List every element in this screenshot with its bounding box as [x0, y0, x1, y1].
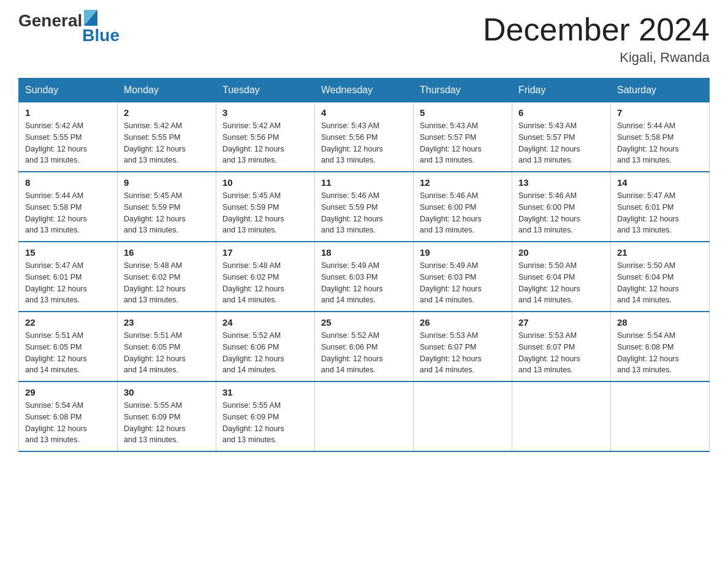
- month-title: December 2024: [483, 12, 710, 47]
- calendar-cell: 28 Sunrise: 5:54 AMSunset: 6:08 PMDaylig…: [611, 312, 710, 381]
- calendar-cell: 27 Sunrise: 5:53 AMSunset: 6:07 PMDaylig…: [512, 312, 611, 381]
- day-number: 20: [518, 247, 604, 258]
- calendar-cell: 31 Sunrise: 5:55 AMSunset: 6:09 PMDaylig…: [216, 381, 315, 451]
- calendar-cell: 2 Sunrise: 5:42 AMSunset: 5:55 PMDayligh…: [118, 102, 216, 172]
- day-number: 5: [420, 107, 506, 118]
- day-number: 22: [25, 317, 111, 327]
- day-number: 27: [518, 317, 604, 327]
- day-info: Sunrise: 5:50 AMSunset: 6:04 PMDaylight:…: [518, 261, 580, 304]
- col-header-wednesday: Wednesday: [315, 79, 414, 102]
- calendar-cell: 18 Sunrise: 5:49 AMSunset: 6:03 PMDaylig…: [315, 242, 414, 312]
- day-number: 8: [25, 177, 111, 188]
- day-number: 15: [25, 247, 111, 258]
- day-number: 9: [124, 177, 210, 188]
- day-info: Sunrise: 5:54 AMSunset: 6:08 PMDaylight:…: [25, 401, 87, 444]
- day-number: 21: [617, 247, 703, 258]
- calendar-cell: 29 Sunrise: 5:54 AMSunset: 6:08 PMDaylig…: [19, 381, 118, 451]
- calendar-cell: 14 Sunrise: 5:47 AMSunset: 6:01 PMDaylig…: [611, 172, 710, 242]
- day-info: Sunrise: 5:45 AMSunset: 5:59 PMDaylight:…: [222, 191, 284, 234]
- calendar-cell: 11 Sunrise: 5:46 AMSunset: 5:59 PMDaylig…: [315, 172, 414, 242]
- col-header-sunday: Sunday: [19, 79, 118, 102]
- title-block: December 2024 Kigali, Rwanda: [483, 12, 710, 66]
- calendar-table: SundayMondayTuesdayWednesdayThursdayFrid…: [18, 78, 710, 452]
- calendar-week-row: 15 Sunrise: 5:47 AMSunset: 6:01 PMDaylig…: [19, 242, 710, 312]
- calendar-cell: 10 Sunrise: 5:45 AMSunset: 5:59 PMDaylig…: [216, 172, 315, 242]
- day-info: Sunrise: 5:52 AMSunset: 6:06 PMDaylight:…: [321, 331, 383, 374]
- day-info: Sunrise: 5:48 AMSunset: 6:02 PMDaylight:…: [124, 261, 186, 304]
- calendar-cell: [611, 381, 710, 451]
- day-info: Sunrise: 5:43 AMSunset: 5:57 PMDaylight:…: [420, 121, 482, 164]
- calendar-week-row: 1 Sunrise: 5:42 AMSunset: 5:55 PMDayligh…: [19, 102, 710, 172]
- logo: General General Blue: [18, 12, 119, 44]
- day-number: 11: [321, 177, 407, 188]
- day-number: 12: [420, 177, 506, 188]
- logo-text-blue: Blue: [82, 27, 119, 44]
- day-number: 18: [321, 247, 407, 258]
- day-info: Sunrise: 5:46 AMSunset: 6:00 PMDaylight:…: [518, 191, 580, 234]
- day-info: Sunrise: 5:52 AMSunset: 6:06 PMDaylight:…: [222, 331, 284, 374]
- calendar-cell: 13 Sunrise: 5:46 AMSunset: 6:00 PMDaylig…: [512, 172, 611, 242]
- logo-text-general: General: [18, 12, 82, 29]
- day-info: Sunrise: 5:43 AMSunset: 5:57 PMDaylight:…: [518, 121, 580, 164]
- logo-arrow-icon: [84, 10, 97, 26]
- day-info: Sunrise: 5:44 AMSunset: 5:58 PMDaylight:…: [25, 191, 87, 234]
- calendar-cell: [414, 381, 512, 451]
- calendar-cell: 3 Sunrise: 5:42 AMSunset: 5:56 PMDayligh…: [216, 102, 315, 172]
- day-info: Sunrise: 5:47 AMSunset: 6:01 PMDaylight:…: [617, 191, 679, 234]
- calendar-cell: 23 Sunrise: 5:51 AMSunset: 6:05 PMDaylig…: [118, 312, 216, 381]
- calendar-cell: 24 Sunrise: 5:52 AMSunset: 6:06 PMDaylig…: [216, 312, 315, 381]
- day-number: 29: [25, 387, 111, 397]
- day-info: Sunrise: 5:46 AMSunset: 5:59 PMDaylight:…: [321, 191, 383, 234]
- calendar-cell: [512, 381, 611, 451]
- day-info: Sunrise: 5:54 AMSunset: 6:08 PMDaylight:…: [617, 331, 679, 374]
- calendar-cell: 6 Sunrise: 5:43 AMSunset: 5:57 PMDayligh…: [512, 102, 611, 172]
- page-header: General General Blue December 2024 Kigal…: [18, 12, 710, 66]
- calendar-header-row: SundayMondayTuesdayWednesdayThursdayFrid…: [19, 79, 710, 102]
- day-number: 10: [222, 177, 308, 188]
- day-info: Sunrise: 5:55 AMSunset: 6:09 PMDaylight:…: [124, 401, 186, 444]
- calendar-cell: 9 Sunrise: 5:45 AMSunset: 5:59 PMDayligh…: [118, 172, 216, 242]
- calendar-cell: 1 Sunrise: 5:42 AMSunset: 5:55 PMDayligh…: [19, 102, 118, 172]
- day-info: Sunrise: 5:43 AMSunset: 5:56 PMDaylight:…: [321, 121, 383, 164]
- day-info: Sunrise: 5:42 AMSunset: 5:55 PMDaylight:…: [124, 121, 186, 164]
- calendar-cell: 21 Sunrise: 5:50 AMSunset: 6:04 PMDaylig…: [611, 242, 710, 312]
- day-info: Sunrise: 5:51 AMSunset: 6:05 PMDaylight:…: [124, 331, 186, 374]
- col-header-tuesday: Tuesday: [216, 79, 315, 102]
- day-info: Sunrise: 5:42 AMSunset: 5:56 PMDaylight:…: [222, 121, 284, 164]
- day-info: Sunrise: 5:51 AMSunset: 6:05 PMDaylight:…: [25, 331, 87, 374]
- day-number: 14: [617, 177, 703, 188]
- calendar-cell: 8 Sunrise: 5:44 AMSunset: 5:58 PMDayligh…: [19, 172, 118, 242]
- col-header-thursday: Thursday: [414, 79, 512, 102]
- col-header-monday: Monday: [118, 79, 216, 102]
- day-info: Sunrise: 5:50 AMSunset: 6:04 PMDaylight:…: [617, 261, 679, 304]
- calendar-cell: 19 Sunrise: 5:49 AMSunset: 6:03 PMDaylig…: [414, 242, 512, 312]
- day-info: Sunrise: 5:42 AMSunset: 5:55 PMDaylight:…: [25, 121, 87, 164]
- calendar-cell: 26 Sunrise: 5:53 AMSunset: 6:07 PMDaylig…: [414, 312, 512, 381]
- day-number: 25: [321, 317, 407, 327]
- day-number: 13: [518, 177, 604, 188]
- day-number: 30: [124, 387, 210, 397]
- calendar-cell: 25 Sunrise: 5:52 AMSunset: 6:06 PMDaylig…: [315, 312, 414, 381]
- day-number: 7: [617, 107, 703, 118]
- calendar-cell: 30 Sunrise: 5:55 AMSunset: 6:09 PMDaylig…: [118, 381, 216, 451]
- calendar-cell: 17 Sunrise: 5:48 AMSunset: 6:02 PMDaylig…: [216, 242, 315, 312]
- day-number: 3: [222, 107, 308, 118]
- day-number: 23: [124, 317, 210, 327]
- calendar-cell: 4 Sunrise: 5:43 AMSunset: 5:56 PMDayligh…: [315, 102, 414, 172]
- day-info: Sunrise: 5:53 AMSunset: 6:07 PMDaylight:…: [420, 331, 482, 374]
- day-number: 4: [321, 107, 407, 118]
- col-header-friday: Friday: [512, 79, 611, 102]
- calendar-cell: 15 Sunrise: 5:47 AMSunset: 6:01 PMDaylig…: [19, 242, 118, 312]
- day-info: Sunrise: 5:44 AMSunset: 5:58 PMDaylight:…: [617, 121, 679, 164]
- day-info: Sunrise: 5:47 AMSunset: 6:01 PMDaylight:…: [25, 261, 87, 304]
- day-number: 6: [518, 107, 604, 118]
- calendar-cell: 22 Sunrise: 5:51 AMSunset: 6:05 PMDaylig…: [19, 312, 118, 381]
- calendar-week-row: 22 Sunrise: 5:51 AMSunset: 6:05 PMDaylig…: [19, 312, 710, 381]
- day-info: Sunrise: 5:53 AMSunset: 6:07 PMDaylight:…: [518, 331, 580, 374]
- calendar-cell: 7 Sunrise: 5:44 AMSunset: 5:58 PMDayligh…: [611, 102, 710, 172]
- calendar-week-row: 29 Sunrise: 5:54 AMSunset: 6:08 PMDaylig…: [19, 381, 710, 451]
- location-title: Kigali, Rwanda: [483, 50, 710, 66]
- calendar-cell: 20 Sunrise: 5:50 AMSunset: 6:04 PMDaylig…: [512, 242, 611, 312]
- day-number: 28: [617, 317, 703, 327]
- day-info: Sunrise: 5:48 AMSunset: 6:02 PMDaylight:…: [222, 261, 284, 304]
